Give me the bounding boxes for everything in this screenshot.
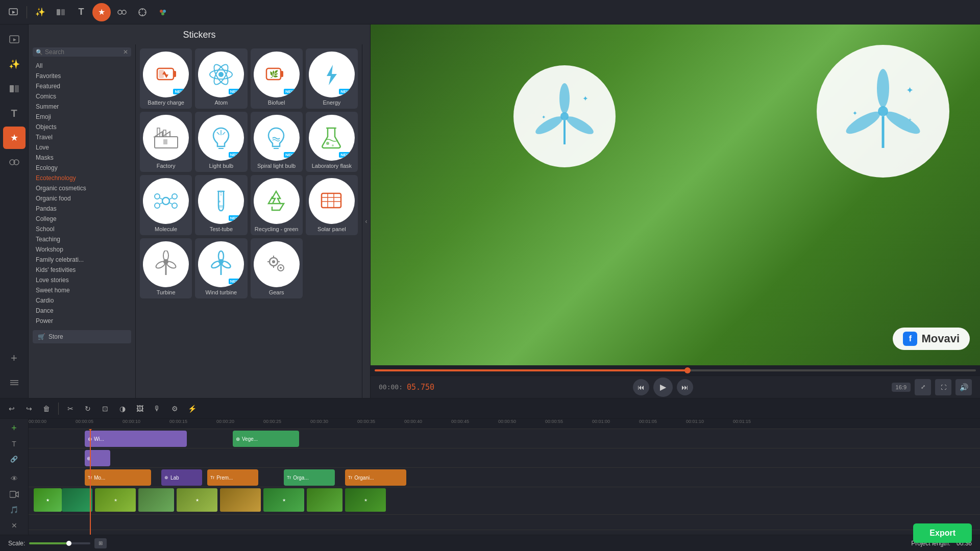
transitions2-btn[interactable] bbox=[113, 3, 131, 21]
thumb-1[interactable]: ★ bbox=[34, 488, 62, 512]
sticker-item-energy[interactable]: NEWEnergy bbox=[306, 48, 358, 109]
insert-button[interactable]: 🖼 bbox=[132, 402, 148, 416]
progress-track[interactable] bbox=[375, 369, 976, 371]
video-track[interactable]: ★ ★ bbox=[29, 487, 980, 515]
panel-collapse-button[interactable]: ‹ bbox=[362, 44, 370, 398]
sidebar-add[interactable]: + bbox=[3, 347, 26, 369]
tune-button[interactable]: ⚡ bbox=[184, 402, 200, 416]
titles-btn[interactable]: T bbox=[72, 3, 90, 21]
sticker-item-laboratory_flask[interactable]: NEWLaboratory flask bbox=[306, 112, 358, 172]
clear-search-icon[interactable]: ✕ bbox=[123, 48, 128, 56]
scale-slider[interactable] bbox=[29, 542, 90, 544]
category-item-ecology[interactable]: Ecology bbox=[33, 163, 131, 173]
category-item-favorites[interactable]: Favorites bbox=[33, 71, 131, 81]
clip-prem[interactable]: Tr Prem... bbox=[207, 469, 258, 486]
sticker-item-recycling_green[interactable]: Recycling - green bbox=[251, 175, 303, 235]
sticker-item-spiral_light_bulb[interactable]: NEWSpiral light bulb bbox=[251, 112, 303, 172]
delete-button[interactable]: 🗑 bbox=[39, 402, 54, 416]
search-input[interactable] bbox=[45, 48, 123, 56]
category-item-objects[interactable]: Objects bbox=[33, 122, 131, 132]
thumb-7[interactable]: ★ bbox=[263, 488, 304, 512]
thumb-3[interactable]: ★ bbox=[95, 488, 136, 512]
category-item-school[interactable]: School bbox=[33, 224, 131, 234]
transitions-btn[interactable] bbox=[52, 3, 70, 21]
thumb-5[interactable]: ★ bbox=[177, 488, 217, 512]
redo-button[interactable]: ↪ bbox=[21, 402, 37, 416]
sidebar-transitions2[interactable] bbox=[3, 151, 26, 173]
sticker-item-gear[interactable]: Gears bbox=[251, 238, 303, 298]
category-item-masks[interactable]: Masks bbox=[33, 153, 131, 163]
sidebar-transitions[interactable] bbox=[3, 78, 26, 100]
thumb-4[interactable] bbox=[138, 488, 174, 512]
effects-btn[interactable]: ✨ bbox=[31, 3, 50, 21]
clip-vege[interactable]: ⊕ Vege... bbox=[233, 431, 299, 447]
scale-thumb[interactable] bbox=[66, 541, 71, 546]
sidebar-timeline[interactable] bbox=[3, 371, 26, 394]
store-button[interactable]: 🛒 Store bbox=[33, 330, 131, 343]
sticker-item-solar_panel[interactable]: Solar panel bbox=[306, 175, 358, 235]
play-button[interactable]: ▶ bbox=[653, 378, 673, 397]
category-item-sweet_home[interactable]: Sweet home bbox=[33, 285, 131, 295]
skip-back-button[interactable]: ⏮ bbox=[633, 379, 649, 395]
category-item-cardio[interactable]: Cardio bbox=[33, 295, 131, 306]
cut-button[interactable]: ✂ bbox=[63, 402, 78, 416]
sticker-item-atom[interactable]: NEWAtom bbox=[195, 48, 247, 109]
category-item-teaching[interactable]: Teaching bbox=[33, 234, 131, 244]
stickers-btn[interactable]: ★ bbox=[92, 3, 111, 21]
clip-organi[interactable]: Tr Organi... bbox=[345, 469, 406, 486]
category-item-emoji[interactable]: Emoji bbox=[33, 112, 131, 122]
clip-wi[interactable]: ⊕ Wi... bbox=[85, 431, 187, 447]
audio-button[interactable]: 🎙 bbox=[150, 402, 165, 416]
rotate-button[interactable]: ↻ bbox=[80, 402, 95, 416]
track-mute-icon[interactable]: ✕ bbox=[0, 518, 28, 533]
thumb-2[interactable] bbox=[62, 488, 92, 512]
category-item-travel[interactable]: Travel bbox=[33, 132, 131, 142]
category-item-all[interactable]: All bbox=[33, 61, 131, 71]
category-item-college[interactable]: College bbox=[33, 214, 131, 224]
wind-turbine-sticker-1[interactable]: ✦ ✦ bbox=[513, 65, 616, 167]
playhead[interactable] bbox=[90, 429, 91, 535]
color-correct-button[interactable]: ◑ bbox=[115, 402, 130, 416]
track-add-icon[interactable]: + bbox=[0, 421, 28, 436]
sticker-item-turbine1[interactable]: Turbine bbox=[140, 238, 192, 298]
color-btn[interactable] bbox=[154, 3, 172, 21]
fullscreen-button[interactable]: ⛶ bbox=[935, 379, 951, 395]
export-button[interactable]: Export bbox=[913, 523, 972, 543]
category-item-family_celebrati[interactable]: Family celebrati... bbox=[33, 255, 131, 265]
fit-screen-button[interactable]: ⤢ bbox=[915, 379, 931, 395]
progress-thumb[interactable] bbox=[684, 367, 691, 373]
tools-btn[interactable] bbox=[133, 3, 152, 21]
clip-orga[interactable]: Tr Orga... bbox=[284, 469, 335, 486]
category-item-workshop[interactable]: Workshop bbox=[33, 244, 131, 255]
category-item-kids_festivities[interactable]: Kids' festivities bbox=[33, 265, 131, 275]
wind-turbine-sticker-2[interactable]: ✦ ✦ + bbox=[817, 45, 949, 178]
media-btn[interactable] bbox=[4, 3, 22, 21]
category-item-summer[interactable]: Summer bbox=[33, 102, 131, 112]
sticker-item-factory[interactable]: Factory bbox=[140, 112, 192, 172]
thumb-8[interactable] bbox=[307, 488, 342, 512]
scale-expand-btn[interactable]: ⊞ bbox=[94, 538, 107, 548]
sticker-item-biofuel[interactable]: 🌿NEWBiofuel bbox=[251, 48, 303, 109]
category-item-pandas[interactable]: Pandas bbox=[33, 204, 131, 214]
sidebar-effects[interactable]: ✨ bbox=[3, 53, 26, 76]
thumb-6[interactable] bbox=[220, 488, 261, 512]
category-item-organic_cosmetics[interactable]: Organic cosmetics bbox=[33, 183, 131, 193]
clip-mo[interactable]: Tr Mo... bbox=[85, 469, 151, 486]
skip-forward-button[interactable]: ⏭ bbox=[677, 379, 693, 395]
volume-button[interactable]: 🔊 bbox=[955, 379, 972, 395]
category-item-love[interactable]: Love bbox=[33, 142, 131, 153]
category-item-ecotechnology[interactable]: Ecotechnology bbox=[33, 173, 131, 183]
sidebar-media[interactable] bbox=[3, 29, 26, 51]
track-eye-icon[interactable]: 👁 bbox=[0, 471, 28, 486]
sticker-item-molecule[interactable]: Molecule bbox=[140, 175, 192, 235]
sticker-item-light_bulb[interactable]: NEWLight bulb bbox=[195, 112, 247, 172]
category-item-comics[interactable]: Comics bbox=[33, 91, 131, 102]
sidebar-stickers[interactable]: ★ bbox=[3, 127, 26, 149]
category-item-featured[interactable]: Featured bbox=[33, 81, 131, 91]
category-item-dance[interactable]: Dance bbox=[33, 306, 131, 316]
category-item-organic_food[interactable]: Organic food bbox=[33, 193, 131, 204]
clip-lab[interactable]: ⊕ Lab bbox=[161, 469, 202, 486]
timeline-main[interactable]: 00:00:0000:00:0500:00:1000:00:1500:00:20… bbox=[29, 419, 980, 535]
sticker-item-test_tube[interactable]: NEWTest-tube bbox=[195, 175, 247, 235]
thumb-9[interactable]: ★ bbox=[345, 488, 386, 512]
